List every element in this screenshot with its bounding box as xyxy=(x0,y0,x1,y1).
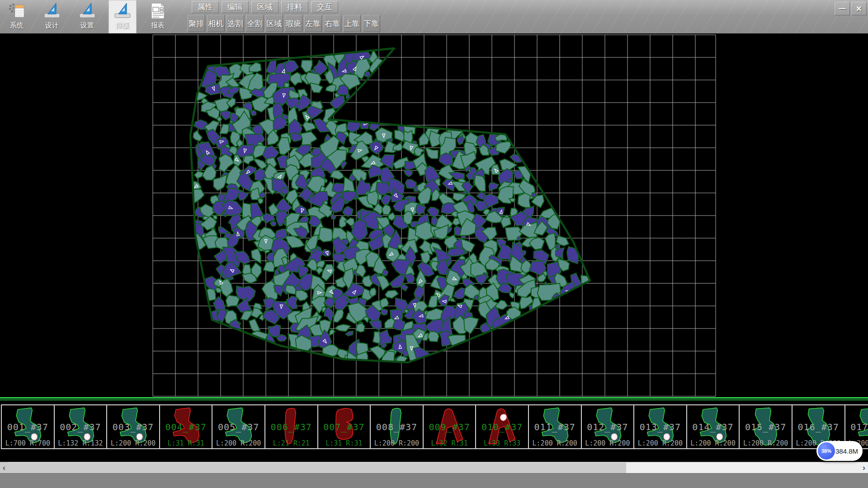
settings-icon xyxy=(78,2,96,20)
thumbnail-cell[interactable]: 004_#37L:31 R:31 xyxy=(159,404,213,449)
status-bar xyxy=(0,473,868,488)
nested-pieces xyxy=(190,45,594,369)
menu-tab-interact[interactable]: 交互 xyxy=(311,1,338,13)
app-button-design[interactable]: 设计 xyxy=(38,0,66,33)
tool-button-select-cut[interactable]: 选割 xyxy=(226,15,244,32)
scroll-right-icon[interactable]: › xyxy=(860,462,868,474)
piece-thumbnail-shape xyxy=(164,406,209,448)
design-icon xyxy=(43,2,61,20)
report-icon xyxy=(149,2,167,20)
piece-thumbnail-shape xyxy=(374,406,420,448)
menu-tab-edit[interactable]: 编辑 xyxy=(222,1,249,13)
piece-thumbnail-shape xyxy=(691,406,736,448)
thumbnail-cell[interactable]: 008_#37L:200 R:200 xyxy=(370,404,424,449)
tool-button-region[interactable]: 区域 xyxy=(265,15,283,32)
scrollbar-thumb[interactable] xyxy=(8,463,626,473)
piece-thumbnail-shape xyxy=(216,406,261,448)
thumbnail-cell[interactable]: 006_#37L:21 R:21 xyxy=(264,404,318,449)
scroll-left-icon[interactable]: ‹ xyxy=(0,462,8,474)
percent-indicator: 38% xyxy=(818,442,835,460)
piece-thumbnail-shape xyxy=(533,406,578,448)
memory-value: 384.8M xyxy=(835,441,858,461)
app-button-label: 系统 xyxy=(10,21,24,30)
thumbnail-cell[interactable]: 005_#37L:200 R:200 xyxy=(212,404,265,449)
close-button[interactable]: ✕ xyxy=(851,2,867,15)
thumbnail-cell[interactable]: 001_#37L:700 R:700 xyxy=(1,404,55,449)
title-toolbar: 系统设计设置排版报表 属性编辑区域排料交互 聚排相机选割全割区域瑕疵左靠右靠上靠… xyxy=(0,0,868,34)
memory-overlay-badge[interactable]: 38% 384.8M xyxy=(816,441,863,461)
piece-thumbnail-shape xyxy=(322,406,367,448)
thumbnail-row: 001_#37L:700 R:700002_#37L:132 R:132003_… xyxy=(1,404,868,449)
app-button-report[interactable]: 报表 xyxy=(144,0,172,33)
piece-thumbnail-shape xyxy=(585,406,631,448)
menu-tabs-row: 属性编辑区域排料交互 xyxy=(192,1,341,13)
app-button-layout[interactable]: 排版 xyxy=(108,0,137,33)
app-button-label: 报表 xyxy=(151,21,165,30)
tool-button-cluster-nest[interactable]: 聚排 xyxy=(188,15,205,32)
app-button-settings[interactable]: 设置 xyxy=(73,0,101,33)
piece-thumbnail-shape xyxy=(5,406,51,448)
piece-thumbnail-shape xyxy=(743,406,788,448)
piece-thumbnail-shape xyxy=(58,406,104,448)
menu-tab-nesting[interactable]: 排料 xyxy=(281,1,308,13)
thumbnail-cell[interactable]: 015_#37L:200 R:200 xyxy=(739,404,793,449)
thumbnail-strip: 001_#37L:700 R:700002_#37L:132 R:132003_… xyxy=(0,397,868,462)
thumbnail-cell[interactable]: 011_#37L:200 R:200 xyxy=(528,404,582,449)
menu-tab-region[interactable]: 区域 xyxy=(251,1,278,13)
horizontal-scrollbar[interactable]: ‹ › xyxy=(0,462,868,473)
thumbnail-cell[interactable]: 013_#37L:200 R:200 xyxy=(633,404,687,449)
app-buttons-row: 系统设计设置排版报表 xyxy=(3,0,179,33)
thumbnail-cell[interactable]: 003_#37L:200 R:200 xyxy=(106,404,160,449)
tool-buttons-row: 聚排相机选割全割区域瑕疵左靠右靠上靠下靠 xyxy=(188,15,382,32)
system-icon xyxy=(8,2,26,20)
app-button-system[interactable]: 系统 xyxy=(3,0,31,33)
app-button-label: 排版 xyxy=(116,21,129,30)
tool-button-defect[interactable]: 瑕疵 xyxy=(285,15,302,32)
application-window: 系统设计设置排版报表 属性编辑区域排料交互 聚排相机选割全割区域瑕疵左靠右靠上靠… xyxy=(0,0,868,488)
piece-thumbnail-shape xyxy=(111,406,156,448)
thumbnail-cell[interactable]: 010_#37L:33 R:33 xyxy=(475,404,529,449)
layout-icon xyxy=(113,2,132,20)
thumbnail-cell[interactable]: 007_#37L:31 R:31 xyxy=(317,404,371,449)
work-area-svg xyxy=(0,33,868,397)
tool-button-snap-right[interactable]: 右靠 xyxy=(324,15,341,32)
nesting-canvas[interactable] xyxy=(0,33,868,397)
piece-thumbnail-shape xyxy=(269,406,314,448)
tool-button-snap-left[interactable]: 左靠 xyxy=(304,15,322,32)
tool-button-camera[interactable]: 相机 xyxy=(207,15,225,32)
window-controls: — ✕ xyxy=(833,2,867,15)
app-button-label: 设置 xyxy=(80,21,94,30)
menu-tab-properties[interactable]: 属性 xyxy=(192,1,219,13)
tool-button-snap-up[interactable]: 上靠 xyxy=(343,15,361,32)
minimize-button[interactable]: — xyxy=(835,2,850,15)
piece-thumbnail-shape xyxy=(427,406,472,448)
tool-button-cut-all[interactable]: 全割 xyxy=(246,15,264,32)
tool-button-snap-down[interactable]: 下靠 xyxy=(363,15,380,32)
piece-thumbnail-shape xyxy=(480,406,525,448)
thumbnail-cell[interactable]: 014_#37L:200 R:200 xyxy=(686,404,740,449)
thumbnail-cell[interactable]: 002_#37L:132 R:132 xyxy=(54,404,108,449)
thumbnail-cell[interactable]: 012_#37L:200 R:200 xyxy=(581,404,635,449)
piece-thumbnail-shape xyxy=(638,406,683,448)
app-button-label: 设计 xyxy=(45,21,59,30)
thumbnail-cell[interactable]: 009_#37L:32 R:31 xyxy=(423,404,476,449)
